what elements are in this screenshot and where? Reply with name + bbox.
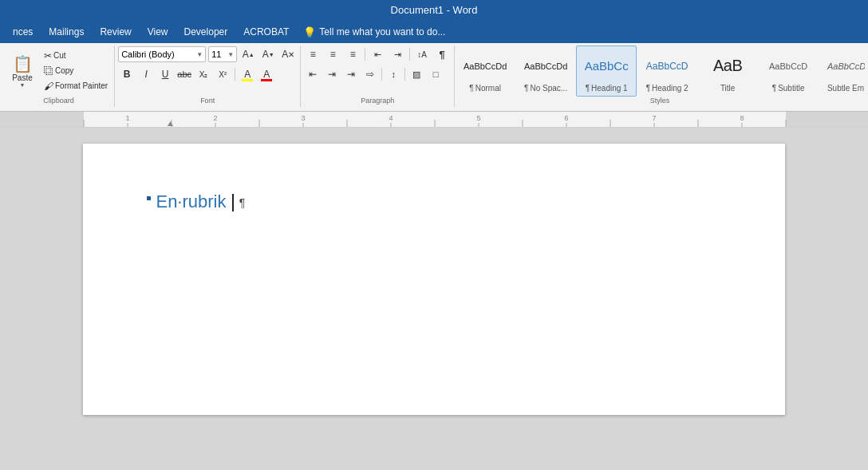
styles-label: Styles [455,97,865,107]
outdent-button[interactable]: ⇤ [369,45,386,63]
style-normal-preview: AaBbCcDd [464,49,507,82]
underline-button[interactable]: U [156,65,174,83]
menu-bar: nces Mailings Review View Developer ACRO… [0,21,868,43]
style-title[interactable]: AaB Title [697,45,758,97]
show-hide-button[interactable]: ¶ [433,45,451,63]
font-name-arrow: ▼ [196,51,203,58]
cut-button[interactable]: ✂ Cut [41,49,111,63]
svg-text:2: 2 [213,114,217,122]
multilevel-button[interactable]: ≡ [344,45,361,63]
para-row1: ≡ ≡ ≡ ⇤ ⇥ ↕A ¶ [304,45,451,63]
superscript-button[interactable]: X² [214,65,231,83]
text-highlight-button[interactable]: A [239,65,256,83]
ruler-svg: 1 2 3 4 5 6 7 8 [0,112,868,127]
clipboard-right: ✂ Cut ⿻ Copy 🖌 Format Painter [41,45,111,96]
para-row2: ⇤ ⇥ ⇥ ⇨ ↕ ▨ □ [304,65,451,83]
font-color-bar [261,79,272,81]
style-nospace-label: ¶ No Spac... [524,84,567,93]
menu-review[interactable]: Review [92,23,139,41]
italic-button[interactable]: I [137,65,155,83]
indent-button[interactable]: ⇥ [389,45,406,63]
ribbon: 📋 Paste ▼ ✂ Cut ⿻ Copy 🖌 Format P [0,43,868,112]
align-right-button[interactable]: ⇥ [342,65,360,83]
style-title-label: Title [720,84,736,93]
tell-me-area[interactable]: 💡 Tell me what you want to do... [303,26,445,38]
style-subtle-em[interactable]: AaBbCcDd Subtle Em... [819,45,865,97]
bold-button[interactable]: B [118,65,136,83]
svg-rect-0 [0,112,84,127]
clipboard-content: 📋 Paste ▼ ✂ Cut ⿻ Copy 🖌 Format P [6,45,111,96]
font-group-content: Calibri (Body) ▼ 11 ▼ A▲ A▼ A✕ B I U abc [118,45,297,96]
style-heading2[interactable]: AaBbCcD ¶ Heading 2 [637,45,697,97]
copy-button[interactable]: ⿻ Copy [41,64,111,78]
line-spacing-button[interactable]: ↕ [385,65,402,83]
font-group: Calibri (Body) ▼ 11 ▼ A▲ A▼ A✕ B I U abc [115,45,301,107]
numbering-button[interactable]: ≡ [324,45,341,63]
paragraph-content: ≡ ≡ ≡ ⇤ ⇥ ↕A ¶ ⇤ ⇥ ⇥ ⇨ ↕ [304,45,451,96]
font-icon-row: B I U abc X₂ X² A A [118,65,297,83]
style-h1-preview: AaBbCc [585,49,629,82]
decrease-font-button[interactable]: A▼ [259,45,277,63]
highlight-bar [242,79,253,81]
font-name-row: Calibri (Body) ▼ 11 ▼ A▲ A▼ A✕ [118,45,297,63]
svg-text:7: 7 [652,114,656,122]
font-name-value: Calibri (Body) [121,49,196,59]
menu-nces[interactable]: nces [5,23,41,41]
sep3 [381,68,382,81]
sep2 [409,48,410,61]
menu-mailings[interactable]: Mailings [41,23,92,41]
svg-text:6: 6 [564,114,568,122]
format-painter-label: Format Painter [55,81,108,90]
paste-button[interactable]: 📋 Paste ▼ [6,45,38,96]
align-center-button[interactable]: ⇥ [323,65,341,83]
document-heading[interactable]: En·rubrik ¶ [156,192,245,212]
copy-label: Copy [55,66,73,75]
style-h2-preview: AaBbCcD [646,49,688,82]
font-size-arrow: ▼ [227,51,234,58]
font-name-dropdown[interactable]: Calibri (Body) ▼ [118,46,206,62]
style-nospace[interactable]: AaBbCcDd ¶ No Spac... [515,45,576,97]
font-label: Font [118,96,297,107]
increase-font-button[interactable]: A▲ [239,45,257,63]
shading-button[interactable]: ▨ [408,65,425,83]
copy-icon: ⿻ [44,65,53,77]
menu-developer[interactable]: Developer [176,23,236,41]
style-heading1[interactable]: AaBbCc ¶ Heading 1 [576,45,637,97]
style-subtitle-preview: AaBbCcD [769,49,807,82]
styles-section: AaBbCcDd ¶ Normal AaBbCcDd ¶ No Spac... [455,45,865,107]
style-nospace-preview: AaBbCcDd [524,49,567,82]
document-heading-wrapper: En·rubrik ¶ [147,192,245,212]
clear-formatting-button[interactable]: A✕ [279,45,297,63]
bullets-button[interactable]: ≡ [304,45,322,63]
style-h2-label: ¶ Heading 2 [646,84,688,93]
style-normal[interactable]: AaBbCcDd ¶ Normal [455,45,515,97]
ruler-inner: 1 2 3 4 5 6 7 8 [0,112,868,127]
menu-acrobat[interactable]: ACROBAT [235,23,297,41]
paragraph-label: Paragraph [304,96,451,107]
styles-content: AaBbCcDd ¶ Normal AaBbCcDd ¶ No Spac... [455,45,865,97]
font-color-letter: A [263,69,270,80]
font-color-button[interactable]: A [258,65,275,83]
menu-view[interactable]: View [140,23,176,41]
tell-me-icon: 💡 [303,26,316,38]
highlight-letter: A [244,69,251,80]
svg-text:4: 4 [389,114,393,122]
paragraph-mark-inline: ¶ [239,196,246,209]
document-page[interactable]: En·rubrik ¶ [83,144,785,415]
svg-text:3: 3 [301,114,305,122]
style-subtle-em-preview: AaBbCcDd [827,49,865,82]
ruler: 1 2 3 4 5 6 7 8 [0,112,868,128]
borders-button[interactable]: □ [427,65,444,83]
scissors-icon: ✂ [44,50,52,61]
justify-button[interactable]: ⇨ [361,65,379,83]
subscript-button[interactable]: X₂ [195,65,212,83]
ribbon-content: 📋 Paste ▼ ✂ Cut ⿻ Copy 🖌 Format P [0,43,868,107]
strikethrough-button[interactable]: abc [176,65,193,83]
style-subtitle[interactable]: AaBbCcD ¶ Subtitle [758,45,819,97]
format-painter-button[interactable]: 🖌 Format Painter [41,79,111,93]
canvas-area: En·rubrik ¶ [0,128,868,431]
style-title-preview: AaB [713,49,742,82]
align-left-button[interactable]: ⇤ [304,65,322,83]
font-size-dropdown[interactable]: 11 ▼ [208,46,237,62]
sort-button[interactable]: ↕A [413,45,431,63]
